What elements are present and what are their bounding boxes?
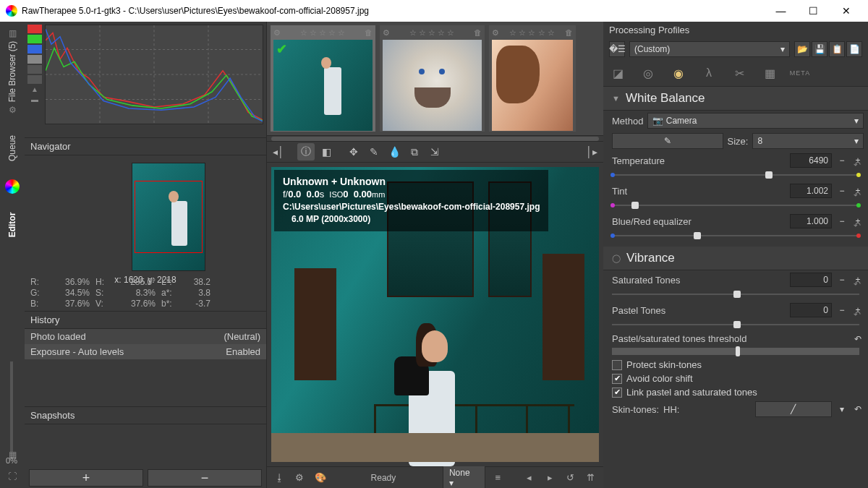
- history-row[interactable]: Exposure - Auto levelsEnabled: [25, 344, 266, 359]
- vibrance-header[interactable]: ◯Vibrance: [603, 247, 868, 270]
- wb-picker-icon[interactable]: 💧: [386, 143, 403, 160]
- rating-stars[interactable]: ☆ ☆ ☆ ☆ ☆: [409, 28, 454, 38]
- tint-slider[interactable]: ↶: [612, 200, 859, 210]
- histo-chroma-toggle[interactable]: [27, 65, 42, 74]
- profile-paste-icon[interactable]: 📄: [846, 41, 862, 57]
- gear-icon[interactable]: ⚙: [492, 28, 499, 38]
- picker-tool-icon[interactable]: ✎: [365, 143, 383, 160]
- sidepanel-toggle-icon[interactable]: ◂│: [270, 143, 287, 160]
- window-close-button[interactable]: ✕: [830, 0, 862, 22]
- pastel-tones-value[interactable]: 0: [790, 303, 832, 317]
- temperature-value[interactable]: 6490: [790, 153, 832, 168]
- tint-value[interactable]: 1.002: [790, 184, 832, 198]
- tint-minus[interactable]: −: [836, 186, 848, 196]
- sat-tones-slider[interactable]: ↶: [612, 289, 859, 299]
- temperature-slider[interactable]: ↶: [612, 170, 859, 180]
- background-select[interactable]: None ▾: [443, 466, 485, 489]
- histo-green-toggle[interactable]: [27, 35, 42, 43]
- profile-select[interactable]: (Custom)▾: [629, 41, 790, 57]
- threshold-slider[interactable]: [612, 346, 859, 356]
- save-icon[interactable]: ⭳: [271, 470, 287, 486]
- external-editor-icon[interactable]: 🎨: [312, 470, 328, 486]
- snapshot-add-button[interactable]: +: [29, 469, 143, 487]
- sat-minus[interactable]: −: [836, 275, 848, 285]
- skin-tones-curve[interactable]: ╱: [755, 401, 832, 417]
- navigator-viewport-rect[interactable]: [135, 181, 203, 253]
- snapshot-remove-button[interactable]: −: [148, 469, 262, 487]
- undo-icon[interactable]: ↶: [854, 309, 861, 320]
- filmstrip-item[interactable]: ⚙☆ ☆ ☆ ☆ ☆🗑: [489, 25, 576, 132]
- bluered-slider[interactable]: ↶: [612, 231, 859, 241]
- navigator-thumb[interactable]: [132, 163, 205, 271]
- history-row[interactable]: Photo loaded(Neutral): [25, 329, 266, 344]
- color-wheel-icon[interactable]: [5, 179, 20, 194]
- sat-tones-value[interactable]: 0: [790, 273, 832, 287]
- histo-bar-toggle[interactable]: ▬: [27, 95, 42, 104]
- nav-up-icon[interactable]: ⇈: [583, 470, 599, 486]
- undo-icon[interactable]: ↶: [854, 190, 861, 200]
- filmstrip-item[interactable]: ⚙☆ ☆ ☆ ☆ ☆🗑 ✔: [271, 25, 375, 132]
- gears-icon[interactable]: ⚙: [5, 103, 20, 117]
- metadata-tab-icon[interactable]: META: [791, 64, 809, 82]
- profile-load-icon[interactable]: 📂: [794, 41, 810, 57]
- exposure-tab-icon[interactable]: ◪: [609, 64, 626, 82]
- straighten-tool-icon[interactable]: ⇲: [426, 143, 443, 160]
- rating-stars[interactable]: ☆ ☆ ☆ ☆ ☆: [300, 28, 345, 38]
- tab-file-browser[interactable]: File Browser (5): [7, 41, 17, 103]
- histo-raw-toggle[interactable]: [27, 75, 42, 84]
- profile-mode-icon[interactable]: �☰: [609, 41, 625, 57]
- rightpanel-toggle-icon[interactable]: │▸: [583, 143, 600, 160]
- prev-image-icon[interactable]: ◂: [522, 470, 537, 486]
- histo-scale-toggle[interactable]: ▲: [27, 85, 42, 94]
- transform-tab-icon[interactable]: ✂: [731, 64, 748, 82]
- pas-minus[interactable]: −: [836, 305, 848, 315]
- bluered-minus[interactable]: −: [836, 216, 848, 226]
- undo-icon[interactable]: ↶: [854, 279, 861, 289]
- undo-icon[interactable]: ↶: [854, 160, 861, 170]
- histo-luma-toggle[interactable]: [27, 55, 42, 64]
- gear-icon[interactable]: ⚙: [383, 28, 390, 38]
- next-image-icon[interactable]: ▸: [542, 470, 558, 486]
- link-pastel-checkbox[interactable]: ✔Link pastel and saturated tones: [603, 385, 868, 399]
- folder-icon[interactable]: ▥: [5, 26, 20, 40]
- filmstrip-item[interactable]: ⚙☆ ☆ ☆ ☆ ☆🗑: [380, 25, 485, 132]
- histo-red-toggle[interactable]: [27, 25, 42, 33]
- avoid-color-shift-checkbox[interactable]: ✔Avoid color shift: [603, 372, 868, 385]
- zoom-bar[interactable]: 0%: [4, 361, 20, 465]
- monitor-profile-icon[interactable]: ≡: [490, 470, 506, 486]
- trash-icon[interactable]: 🗑: [474, 28, 482, 38]
- profile-save-icon[interactable]: 💾: [812, 41, 827, 57]
- pastel-tones-slider[interactable]: ↶: [612, 320, 859, 330]
- trash-icon[interactable]: 🗑: [365, 28, 373, 38]
- tab-queue[interactable]: Queue: [7, 135, 17, 161]
- profile-copy-icon[interactable]: 📋: [829, 41, 845, 57]
- detail-tab-icon[interactable]: ◎: [639, 64, 657, 82]
- window-maximize-button[interactable]: ☐: [797, 0, 830, 22]
- image-viewer[interactable]: Unknown + Unknown f/0.0 0.0s ISO0 0.00mm…: [267, 163, 603, 466]
- advanced-tab-icon[interactable]: λ: [700, 64, 718, 82]
- trash-icon[interactable]: 🗑: [565, 28, 573, 38]
- crop-tool-icon[interactable]: ⧉: [406, 143, 423, 160]
- sync-icon[interactable]: ↺: [562, 470, 578, 486]
- window-minimize-button[interactable]: —: [765, 0, 797, 22]
- tab-editor[interactable]: Editor: [7, 213, 17, 238]
- color-tab-icon[interactable]: ◉: [670, 64, 687, 82]
- raw-tab-icon[interactable]: ▦: [761, 64, 778, 82]
- info-icon[interactable]: ⓘ: [297, 143, 315, 160]
- hand-tool-icon[interactable]: ✥: [345, 143, 362, 160]
- undo-icon[interactable]: ↶: [854, 221, 861, 231]
- undo-icon[interactable]: ↶: [852, 334, 864, 344]
- bluered-value[interactable]: 1.000: [790, 214, 832, 228]
- white-balance-header[interactable]: ▼White Balance: [603, 87, 868, 111]
- temperature-minus[interactable]: −: [836, 155, 848, 166]
- wb-method-select[interactable]: 📷 Camera▾: [647, 113, 864, 129]
- histo-blue-toggle[interactable]: [27, 45, 42, 53]
- queue-icon[interactable]: ⚙: [292, 470, 307, 486]
- fullscreen-icon[interactable]: ⛶: [5, 469, 20, 484]
- wb-size-select[interactable]: 8▾: [752, 133, 864, 149]
- rating-stars[interactable]: ☆ ☆ ☆ ☆ ☆: [509, 28, 554, 38]
- protect-skin-checkbox[interactable]: Protect skin-tones: [603, 358, 868, 372]
- before-after-icon[interactable]: ◧: [318, 143, 335, 160]
- undo-icon[interactable]: ↶: [852, 404, 864, 414]
- wb-picker-button[interactable]: ✎: [612, 133, 723, 149]
